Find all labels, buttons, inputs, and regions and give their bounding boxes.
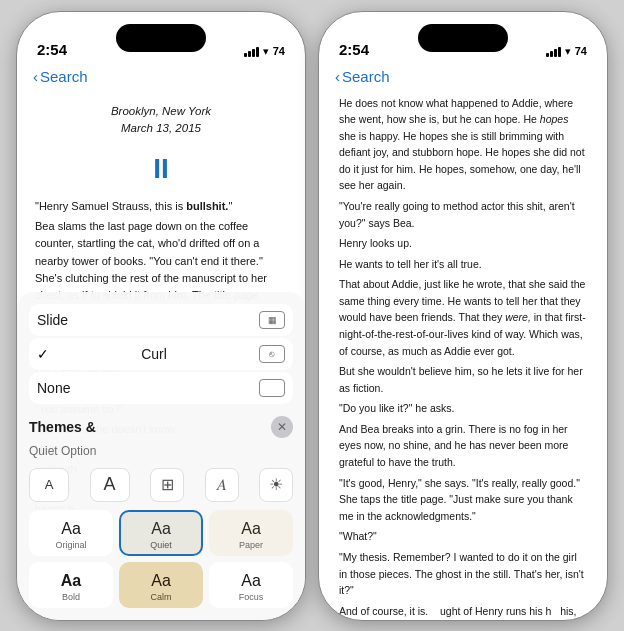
- book-header: Brooklyn, New York March 13, 2015: [35, 103, 287, 138]
- signal-icon-right: [546, 46, 561, 57]
- themes-title: Themes &: [29, 419, 96, 435]
- right-para-5: That about Addie, just like he wrote, th…: [339, 276, 587, 359]
- theme-calm-label: Calm: [150, 592, 171, 602]
- right-para-1: He does not know what happened to Addie,…: [339, 95, 587, 194]
- left-phone-content: ‹ Search Brooklyn, New York March 13, 20…: [17, 64, 305, 620]
- option-curl[interactable]: ✓ Curl ⎋: [29, 338, 293, 370]
- signal-icon: [244, 46, 259, 57]
- status-icons-left: ▾ 74: [244, 45, 285, 58]
- book-content-right: He does not know what happened to Addie,…: [319, 93, 607, 620]
- time-right: 2:54: [339, 41, 369, 58]
- theme-focus-card[interactable]: Aa Focus: [209, 562, 293, 608]
- back-arrow-icon-right: ‹: [335, 68, 340, 85]
- dynamic-island-right: [418, 24, 508, 52]
- theme-original-card[interactable]: Aa Original: [29, 510, 113, 556]
- left-phone: 2:54 ▾ 74 ‹ Search Brookly: [16, 11, 306, 621]
- theme-bold-label: Bold: [62, 592, 80, 602]
- theme-original-aa: Aa: [61, 520, 81, 538]
- right-para-10: "What?": [339, 528, 587, 545]
- right-para-6: But she wouldn't believe him, so he lets…: [339, 363, 587, 396]
- theme-quiet-card[interactable]: Aa Quiet: [119, 510, 203, 556]
- theme-quiet-aa: Aa: [151, 520, 171, 538]
- theme-paper-aa: Aa: [241, 520, 261, 538]
- theme-calm-card[interactable]: Aa Calm: [119, 562, 203, 608]
- theme-focus-aa: Aa: [241, 572, 261, 590]
- close-button[interactable]: ✕: [271, 416, 293, 438]
- right-para-11: "My thesis. Remember? I wanted to do it …: [339, 549, 587, 599]
- font-controls: A A ⊞ 𝐴 ☀: [17, 468, 305, 502]
- right-para-3: Henry looks up.: [339, 235, 587, 252]
- option-slide[interactable]: Slide ▦: [29, 304, 293, 336]
- overlay-panel: Slide ▦ ✓ Curl ⎋ None: [17, 292, 305, 620]
- theme-bold-card[interactable]: Aa Bold: [29, 562, 113, 608]
- right-phone-content: ‹ Search He does not know what happened …: [319, 64, 607, 620]
- option-slide-label: Slide: [37, 312, 68, 328]
- themes-grid: Aa Original Aa Quiet Aa Paper: [17, 510, 305, 620]
- font-serif-icon: 𝐴: [217, 476, 227, 494]
- back-nav-right[interactable]: ‹ Search: [319, 64, 607, 93]
- time-left: 2:54: [37, 41, 67, 58]
- font-style-icon: ⊞: [161, 475, 174, 494]
- right-para-2: "You're really going to method actor thi…: [339, 198, 587, 231]
- wifi-icon: ▾: [263, 45, 269, 58]
- font-small-a: A: [45, 477, 54, 492]
- theme-focus-label: Focus: [239, 592, 264, 602]
- page-turn-options: Slide ▦ ✓ Curl ⎋ None: [17, 304, 305, 406]
- right-para-12: And of course, it is. ught of Henry runs…: [339, 603, 587, 620]
- option-none[interactable]: None: [29, 372, 293, 404]
- back-label-left: Search: [40, 68, 88, 85]
- right-para-8: And Bea breaks into a grin. There is no …: [339, 421, 587, 471]
- font-increase-button[interactable]: A: [90, 468, 130, 502]
- option-curl-label: Curl: [141, 346, 167, 362]
- themes-section: Themes & ✕ Quiet Option: [17, 410, 305, 468]
- none-icon: [259, 379, 285, 397]
- curl-icon: ⎋: [259, 345, 285, 363]
- quiet-option-label: Quiet Option: [29, 444, 293, 458]
- theme-quiet-label: Quiet: [150, 540, 172, 550]
- font-large-a: A: [103, 474, 115, 495]
- book-date: March 13, 2015: [35, 120, 287, 137]
- right-phone: 2:54 ▾ 74 ‹ Search He does not know w: [318, 11, 608, 621]
- theme-bold-aa: Aa: [61, 572, 81, 590]
- themes-header: Themes & ✕: [29, 416, 293, 438]
- font-style-button[interactable]: ⊞: [150, 468, 184, 502]
- theme-paper-label: Paper: [239, 540, 263, 550]
- dynamic-island: [116, 24, 206, 52]
- slide-icon: ▦: [259, 311, 285, 329]
- back-label-right: Search: [342, 68, 390, 85]
- theme-calm-aa: Aa: [151, 572, 171, 590]
- font-serif-button[interactable]: 𝐴: [205, 468, 239, 502]
- checkmark-icon: ✓: [37, 346, 49, 362]
- battery-icon: 74: [273, 45, 285, 57]
- status-icons-right: ▾ 74: [546, 45, 587, 58]
- font-decrease-button[interactable]: A: [29, 468, 69, 502]
- right-para-4: He wants to tell her it's all true.: [339, 256, 587, 273]
- battery-icon-right: 74: [575, 45, 587, 57]
- chapter-number: II: [35, 147, 287, 190]
- right-para-9: "It's good, Henry," she says. "It's real…: [339, 475, 587, 525]
- option-none-label: None: [37, 380, 70, 396]
- wifi-icon-right: ▾: [565, 45, 571, 58]
- brightness-button[interactable]: ☀: [259, 468, 293, 502]
- back-arrow-icon: ‹: [33, 68, 38, 85]
- back-nav-left[interactable]: ‹ Search: [17, 64, 305, 93]
- right-para-7: "Do you like it?" he asks.: [339, 400, 587, 417]
- theme-original-label: Original: [55, 540, 86, 550]
- brightness-icon: ☀: [269, 475, 283, 494]
- book-location: Brooklyn, New York: [35, 103, 287, 120]
- theme-paper-card[interactable]: Aa Paper: [209, 510, 293, 556]
